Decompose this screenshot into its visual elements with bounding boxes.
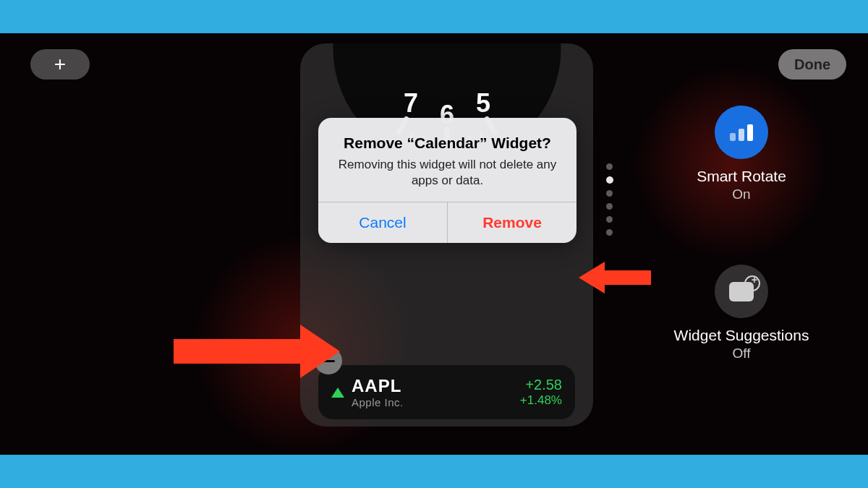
remove-button[interactable]: Remove [448,202,576,243]
stock-company: Apple Inc. [352,396,404,408]
done-button[interactable]: Done [778,49,846,80]
smart-rotate-state: On [665,187,817,202]
smart-rotate-option[interactable]: Smart Rotate On [665,106,817,202]
clock-numeral-7: 7 [404,88,418,119]
widget-suggestions-state: Off [665,346,817,361]
clock-numeral-5: 5 [476,88,490,119]
alert-message: Removing this widget will not delete any… [333,157,562,189]
stock-percent: +1.48% [520,393,562,408]
widget-suggestions-option[interactable]: Widget Suggestions Off [665,265,817,361]
stock-symbol: AAPL [352,376,404,396]
home-screen-edit-mode: + Done 7 6 5 [0,33,868,455]
alert-title: Remove “Calendar” Widget? [333,134,562,153]
add-widget-button[interactable]: + [30,49,90,80]
remove-label: Remove [482,214,542,231]
remove-widget-minus-button[interactable] [315,347,342,374]
triangle-up-icon [331,388,344,398]
stock-widget[interactable]: AAPL Apple Inc. +2.58 +1.48% [318,365,575,419]
stock-change: +2.58 [520,377,562,393]
done-label: Done [794,56,830,73]
plus-icon: + [54,53,66,76]
cancel-label: Cancel [359,214,406,231]
widget-suggestions-icon [715,265,768,318]
widget-suggestions-title: Widget Suggestions [665,327,817,344]
cancel-button[interactable]: Cancel [318,202,447,243]
smart-rotate-title: Smart Rotate [665,168,817,185]
stack-page-indicator [606,163,613,236]
smart-rotate-icon [715,106,768,159]
remove-widget-alert: Remove “Calendar” Widget? Removing this … [318,118,576,243]
